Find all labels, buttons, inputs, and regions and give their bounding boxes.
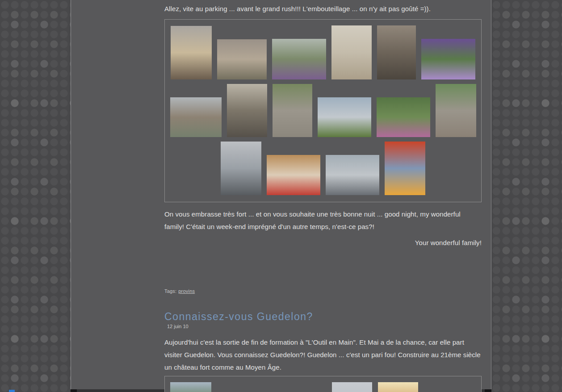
eagle-statue-thumbnail[interactable] xyxy=(221,142,261,195)
walker-on-path-thumbnail[interactable] xyxy=(273,84,312,137)
cloudy-sky-thumbnail[interactable] xyxy=(332,382,372,392)
photo-gallery-provins xyxy=(164,19,482,202)
guedelon-park-field-thumbnail[interactable] xyxy=(170,382,211,392)
half-timbered-street-thumbnail[interactable] xyxy=(170,97,222,137)
timber-roof-truss-thumbnail[interactable] xyxy=(378,382,418,392)
alley-with-petunias-thumbnail[interactable] xyxy=(272,39,326,79)
paragraph-goodnight: On vous embrasse très fort ... et on vou… xyxy=(164,208,482,233)
post-text-column: Allez, vite au parking ... avant le gran… xyxy=(164,0,482,392)
blog-content-column: Allez, vite au parking ... avant le gran… xyxy=(71,0,491,392)
park-path-flowers-thumbnail[interactable] xyxy=(377,97,430,137)
street-pedestrians-cars-thumbnail[interactable] xyxy=(326,155,379,195)
tags-label: Tags: xyxy=(164,288,176,294)
post-date: 12 juin 10 xyxy=(167,324,482,329)
walker-with-hat-thumbnail[interactable] xyxy=(436,84,476,137)
provins-direction-signs-thumbnail[interactable] xyxy=(217,39,267,79)
post-title-guedelon[interactable]: Connaissez-vous Guedelon? xyxy=(164,311,482,322)
tags-row: Tags:provins xyxy=(164,288,482,294)
countryside-panorama-thumbnail[interactable] xyxy=(318,97,371,137)
photo-gallery-guedelon xyxy=(164,376,482,392)
medievales-poster-thumbnail[interactable] xyxy=(385,142,425,195)
street-ice-cream-cone-thumbnail[interactable] xyxy=(171,26,212,79)
candy-apples-window-thumbnail[interactable] xyxy=(267,155,320,195)
signature-line: Your wonderful family! xyxy=(164,237,482,249)
purple-petunias-thumbnail[interactable] xyxy=(421,39,475,79)
blue-indicator-fragment xyxy=(9,390,15,392)
paragraph-guedelon: Aujourd'hui c'est la sortie de fin de fo… xyxy=(164,336,482,374)
paragraph-parking: Allez, vite au parking ... avant le gran… xyxy=(164,3,482,15)
page-background: Allez, vite au parking ... avant le gran… xyxy=(0,0,562,392)
iron-gate-detail-thumbnail[interactable] xyxy=(227,84,267,137)
wrought-iron-gate-thumbnail[interactable] xyxy=(377,25,416,79)
tag-link-provins[interactable]: provins xyxy=(178,288,195,294)
wall-lamp-post-thumbnail[interactable] xyxy=(331,25,372,79)
